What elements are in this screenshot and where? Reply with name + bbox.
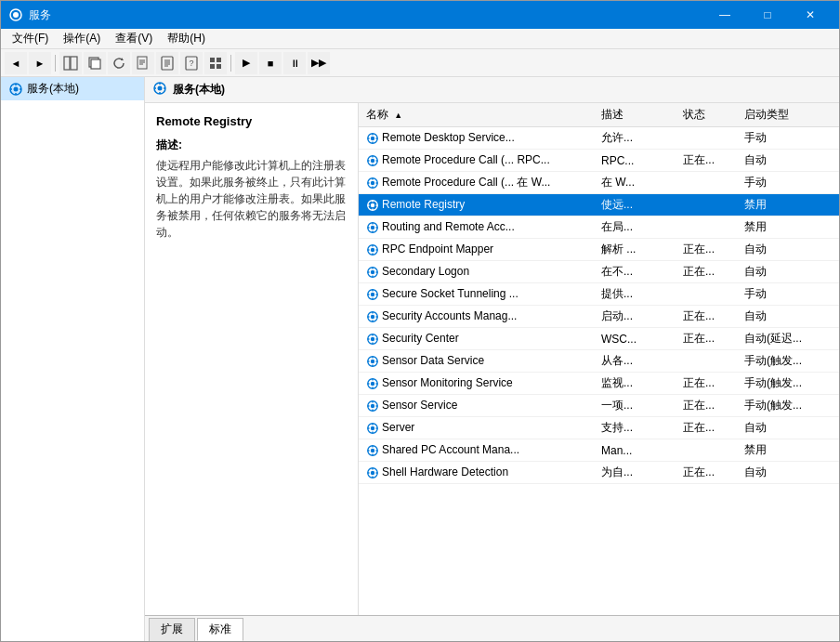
table-row[interactable]: Shared PC Account Mana...Man...禁用	[359, 439, 839, 462]
col-header-desc[interactable]: 描述	[594, 103, 676, 127]
help-button[interactable]: ?	[180, 52, 203, 74]
svg-rect-17	[210, 58, 215, 62]
cell-name: Secondary Logon	[359, 261, 594, 283]
table-row[interactable]: Security CenterWSC...正在...自动(延迟...	[359, 328, 839, 350]
cell-status	[676, 439, 737, 462]
desc-label: 描述:	[156, 138, 347, 153]
svg-text:?: ?	[189, 59, 193, 68]
table-row[interactable]: Remote Procedure Call (... RPC...RPC...正…	[359, 150, 839, 172]
table-row[interactable]: Secure Socket Tunneling ...提供...手动	[359, 283, 839, 306]
table-row[interactable]: Routing and Remote Acc...在局...禁用	[359, 216, 839, 239]
sort-arrow-name: ▲	[394, 111, 402, 120]
tab-standard[interactable]: 标准	[197, 618, 243, 641]
menu-help[interactable]: 帮助(H)	[160, 29, 213, 48]
svg-point-22	[14, 86, 19, 91]
cell-name: Sensor Monitoring Service	[359, 373, 594, 395]
menu-view[interactable]: 查看(V)	[108, 29, 160, 48]
cell-startup: 手动(触发...	[737, 350, 839, 373]
col-header-startup[interactable]: 启动类型	[737, 103, 839, 127]
svg-point-52	[371, 426, 374, 430]
services-icon	[8, 82, 23, 97]
cell-desc: 启动...	[594, 306, 676, 328]
cell-desc: 监视...	[594, 373, 676, 395]
menu-action[interactable]: 操作(A)	[56, 29, 108, 48]
table-row[interactable]: Remote Desktop Service...允许...手动	[359, 127, 839, 150]
cell-desc: 在不...	[594, 261, 676, 283]
refresh-button[interactable]	[108, 52, 130, 74]
menu-file[interactable]: 文件(F)	[5, 29, 56, 48]
cell-status: 正在...	[676, 462, 737, 484]
cell-startup: 自动(延迟...	[737, 328, 839, 350]
cell-name: Security Center	[359, 328, 594, 350]
services-table-container[interactable]: 名称 ▲ 描述 状态 启动类型	[359, 103, 839, 615]
svg-point-46	[371, 360, 374, 363]
desc-service-title: Remote Registry	[156, 114, 347, 128]
col-header-status[interactable]: 状态	[676, 103, 737, 127]
toolbar-separator-2	[230, 55, 231, 72]
cell-status: 正在...	[676, 417, 737, 439]
cell-startup: 手动	[737, 283, 839, 306]
table-row[interactable]: Server支持...正在...自动	[359, 417, 839, 439]
table-row[interactable]: Sensor Monitoring Service监视...正在...手动(触发…	[359, 373, 839, 395]
svg-point-48	[371, 382, 374, 386]
cell-startup: 禁用	[737, 439, 839, 462]
minimize-button[interactable]: —	[703, 1, 746, 29]
desc-text: 使远程用户能修改此计算机上的注册表设置。如果此服务被终止，只有此计算机上的用户才…	[156, 157, 347, 241]
window-title: 服务	[29, 7, 703, 23]
cell-startup: 自动	[737, 462, 839, 484]
cell-status	[676, 283, 737, 306]
svg-point-50	[371, 404, 374, 408]
table-row[interactable]: Secondary Logon在不...正在...自动	[359, 261, 839, 283]
cell-startup: 自动	[737, 306, 839, 328]
table-row[interactable]: RPC Endpoint Mapper解析 ...正在...自动	[359, 239, 839, 261]
play-button[interactable]: ▶	[235, 52, 257, 74]
maximize-button[interactable]: □	[746, 1, 789, 29]
pause-button[interactable]: ⏸	[283, 52, 306, 74]
view-button[interactable]	[204, 52, 227, 74]
tab-extended[interactable]: 扩展	[149, 618, 195, 641]
svg-rect-5	[91, 59, 100, 69]
cell-status: 正在...	[676, 150, 737, 172]
cell-status	[676, 194, 737, 216]
cell-status	[676, 216, 737, 239]
svg-point-24	[158, 86, 163, 91]
new-window-button[interactable]	[84, 52, 106, 74]
cell-status: 正在...	[676, 239, 737, 261]
split-view: Remote Registry 描述: 使远程用户能修改此计算机上的注册表设置。…	[145, 103, 839, 615]
cell-startup: 自动	[737, 417, 839, 439]
show-hide-console-button[interactable]	[59, 52, 82, 74]
cell-desc: 为自...	[594, 462, 676, 484]
svg-point-30	[371, 181, 374, 185]
sidebar: 服务(本地)	[1, 77, 145, 641]
cell-status	[676, 350, 737, 373]
table-row[interactable]: Remote Procedure Call (... 在 W...在 W...手…	[359, 172, 839, 194]
cell-desc: 支持...	[594, 417, 676, 439]
table-row[interactable]: Sensor Service一项...正在...手动(触发...	[359, 395, 839, 417]
sidebar-item-services-local[interactable]: 服务(本地)	[1, 77, 144, 100]
svg-rect-20	[217, 64, 221, 69]
cell-status	[676, 172, 737, 194]
right-panel: 服务(本地) Remote Registry 描述: 使远程用户能修改此计算机上…	[145, 77, 839, 641]
toolbar-separator-1	[55, 55, 56, 72]
cell-desc: 在 W...	[594, 172, 676, 194]
properties-button[interactable]	[156, 52, 178, 74]
table-row[interactable]: Remote Registry使远...禁用	[359, 194, 839, 216]
table-row[interactable]: Security Accounts Manag...启动...正在...自动	[359, 306, 839, 328]
cell-startup: 手动(触发...	[737, 395, 839, 417]
svg-point-56	[371, 471, 374, 475]
svg-point-54	[371, 449, 374, 452]
app-icon	[8, 7, 23, 22]
close-button[interactable]: ✕	[789, 1, 832, 29]
table-row[interactable]: Shell Hardware Detection为自...正在...自动	[359, 462, 839, 484]
export-button[interactable]	[132, 52, 154, 74]
table-header-row: 名称 ▲ 描述 状态 启动类型	[359, 103, 839, 127]
svg-rect-2	[64, 57, 70, 70]
cell-desc: WSC...	[594, 328, 676, 350]
restart-button[interactable]: ▶▶	[308, 52, 330, 74]
stop-button[interactable]: ■	[259, 52, 282, 74]
forward-button[interactable]: ►	[29, 52, 51, 74]
col-header-name[interactable]: 名称 ▲	[359, 103, 594, 127]
table-row[interactable]: Sensor Data Service从各...手动(触发...	[359, 350, 839, 373]
back-button[interactable]: ◄	[5, 52, 27, 74]
svg-point-40	[371, 293, 374, 296]
